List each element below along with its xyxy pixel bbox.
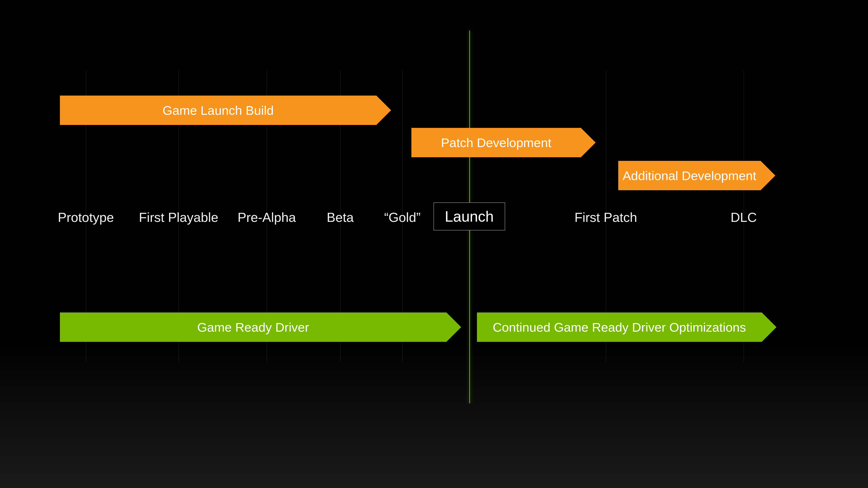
milestone-launch: Launch xyxy=(434,202,505,230)
milestone-first-playable: First Playable xyxy=(139,210,218,225)
bar-label: Patch Development xyxy=(441,135,552,150)
bar-patch-development: Patch Development xyxy=(411,128,581,157)
timeline-diagram: Game Launch Build Patch Development Addi… xyxy=(0,0,868,488)
milestone-dlc: DLC xyxy=(731,210,757,225)
milestone-first-patch: First Patch xyxy=(575,210,637,225)
bar-label: Game Ready Driver xyxy=(197,320,309,335)
bar-game-ready-driver: Game Ready Driver xyxy=(60,313,446,342)
bar-continued-optimizations: Continued Game Ready Driver Optimization… xyxy=(477,313,762,342)
milestone-pre-alpha: Pre-Alpha xyxy=(238,210,296,225)
bar-additional-development: Additional Development xyxy=(618,161,761,190)
milestone-gold: “Gold” xyxy=(384,210,421,225)
milestone-prototype: Prototype xyxy=(58,210,114,225)
bar-game-launch-build: Game Launch Build xyxy=(60,96,376,125)
bar-label: Game Launch Build xyxy=(162,103,274,118)
bar-label: Continued Game Ready Driver Optimization… xyxy=(493,320,746,335)
bar-label: Additional Development xyxy=(622,168,756,183)
milestone-beta: Beta xyxy=(327,210,353,225)
